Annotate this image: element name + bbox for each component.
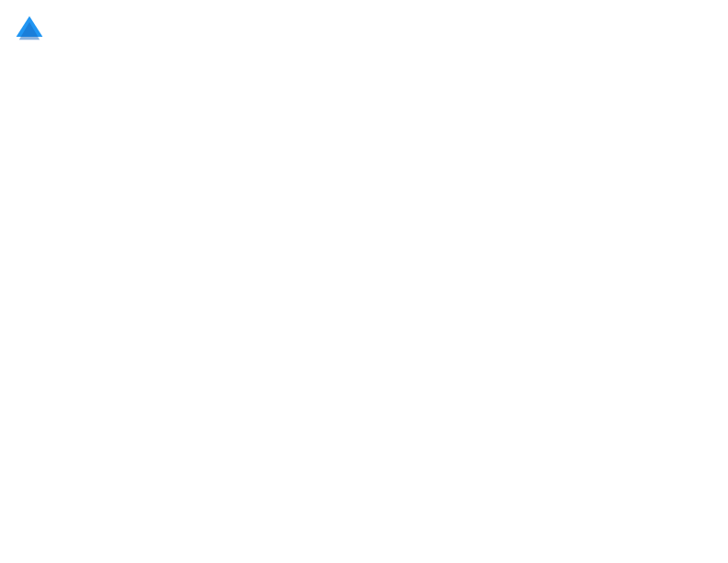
page-header [15,15,713,44]
logo-icon [15,15,44,44]
logo [15,15,48,44]
